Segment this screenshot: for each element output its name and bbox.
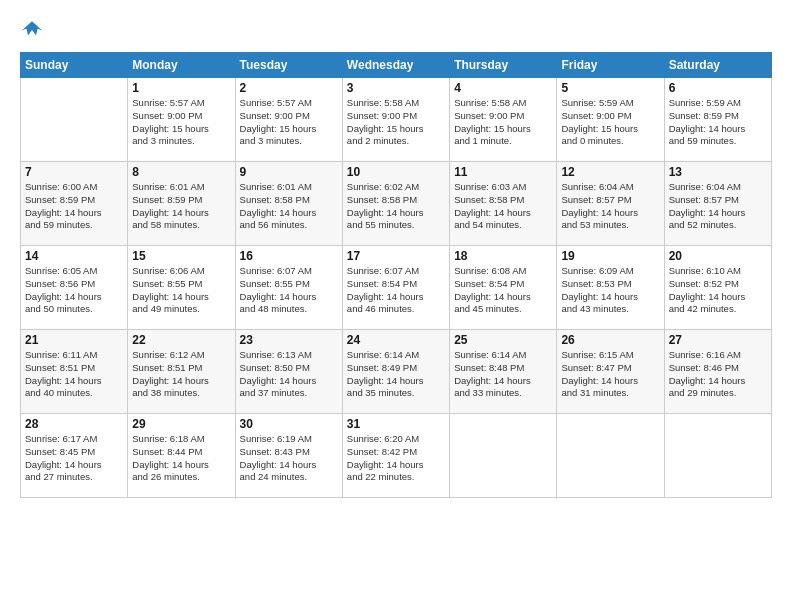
week-row-3: 14Sunrise: 6:05 AMSunset: 8:56 PMDayligh… [21,246,772,330]
day-info: Sunrise: 5:57 AMSunset: 9:00 PMDaylight:… [240,97,338,148]
svg-marker-0 [22,21,43,35]
day-number: 20 [669,249,767,263]
day-number: 8 [132,165,230,179]
col-header-sunday: Sunday [21,53,128,78]
day-cell: 4Sunrise: 5:58 AMSunset: 9:00 PMDaylight… [450,78,557,162]
day-number: 17 [347,249,445,263]
day-cell: 27Sunrise: 6:16 AMSunset: 8:46 PMDayligh… [664,330,771,414]
day-info: Sunrise: 6:05 AMSunset: 8:56 PMDaylight:… [25,265,123,316]
col-header-saturday: Saturday [664,53,771,78]
day-number: 12 [561,165,659,179]
day-info: Sunrise: 6:00 AMSunset: 8:59 PMDaylight:… [25,181,123,232]
logo [20,18,48,42]
logo-icon [20,18,44,42]
day-cell: 18Sunrise: 6:08 AMSunset: 8:54 PMDayligh… [450,246,557,330]
day-cell: 28Sunrise: 6:17 AMSunset: 8:45 PMDayligh… [21,414,128,498]
day-info: Sunrise: 5:58 AMSunset: 9:00 PMDaylight:… [347,97,445,148]
day-info: Sunrise: 6:17 AMSunset: 8:45 PMDaylight:… [25,433,123,484]
day-info: Sunrise: 5:59 AMSunset: 9:00 PMDaylight:… [561,97,659,148]
day-info: Sunrise: 6:10 AMSunset: 8:52 PMDaylight:… [669,265,767,316]
day-cell: 13Sunrise: 6:04 AMSunset: 8:57 PMDayligh… [664,162,771,246]
day-cell: 20Sunrise: 6:10 AMSunset: 8:52 PMDayligh… [664,246,771,330]
day-number: 11 [454,165,552,179]
col-header-friday: Friday [557,53,664,78]
day-cell: 24Sunrise: 6:14 AMSunset: 8:49 PMDayligh… [342,330,449,414]
day-number: 15 [132,249,230,263]
day-number: 22 [132,333,230,347]
day-info: Sunrise: 5:59 AMSunset: 8:59 PMDaylight:… [669,97,767,148]
day-cell [557,414,664,498]
day-info: Sunrise: 6:08 AMSunset: 8:54 PMDaylight:… [454,265,552,316]
day-info: Sunrise: 6:07 AMSunset: 8:55 PMDaylight:… [240,265,338,316]
day-number: 23 [240,333,338,347]
header-row: SundayMondayTuesdayWednesdayThursdayFrid… [21,53,772,78]
day-info: Sunrise: 6:14 AMSunset: 8:49 PMDaylight:… [347,349,445,400]
day-cell: 11Sunrise: 6:03 AMSunset: 8:58 PMDayligh… [450,162,557,246]
day-number: 1 [132,81,230,95]
day-info: Sunrise: 6:18 AMSunset: 8:44 PMDaylight:… [132,433,230,484]
day-number: 4 [454,81,552,95]
day-info: Sunrise: 5:57 AMSunset: 9:00 PMDaylight:… [132,97,230,148]
day-cell: 9Sunrise: 6:01 AMSunset: 8:58 PMDaylight… [235,162,342,246]
day-cell: 12Sunrise: 6:04 AMSunset: 8:57 PMDayligh… [557,162,664,246]
col-header-monday: Monday [128,53,235,78]
col-header-wednesday: Wednesday [342,53,449,78]
day-number: 25 [454,333,552,347]
day-cell: 19Sunrise: 6:09 AMSunset: 8:53 PMDayligh… [557,246,664,330]
day-info: Sunrise: 6:09 AMSunset: 8:53 PMDaylight:… [561,265,659,316]
day-number: 28 [25,417,123,431]
day-number: 26 [561,333,659,347]
day-info: Sunrise: 6:11 AMSunset: 8:51 PMDaylight:… [25,349,123,400]
day-cell [664,414,771,498]
day-cell: 26Sunrise: 6:15 AMSunset: 8:47 PMDayligh… [557,330,664,414]
week-row-1: 1Sunrise: 5:57 AMSunset: 9:00 PMDaylight… [21,78,772,162]
day-cell: 23Sunrise: 6:13 AMSunset: 8:50 PMDayligh… [235,330,342,414]
day-info: Sunrise: 6:06 AMSunset: 8:55 PMDaylight:… [132,265,230,316]
day-info: Sunrise: 6:19 AMSunset: 8:43 PMDaylight:… [240,433,338,484]
day-cell: 31Sunrise: 6:20 AMSunset: 8:42 PMDayligh… [342,414,449,498]
day-info: Sunrise: 6:02 AMSunset: 8:58 PMDaylight:… [347,181,445,232]
day-number: 24 [347,333,445,347]
day-info: Sunrise: 6:15 AMSunset: 8:47 PMDaylight:… [561,349,659,400]
week-row-2: 7Sunrise: 6:00 AMSunset: 8:59 PMDaylight… [21,162,772,246]
day-number: 31 [347,417,445,431]
day-cell: 16Sunrise: 6:07 AMSunset: 8:55 PMDayligh… [235,246,342,330]
day-cell: 6Sunrise: 5:59 AMSunset: 8:59 PMDaylight… [664,78,771,162]
day-number: 30 [240,417,338,431]
day-cell: 21Sunrise: 6:11 AMSunset: 8:51 PMDayligh… [21,330,128,414]
day-info: Sunrise: 6:07 AMSunset: 8:54 PMDaylight:… [347,265,445,316]
day-info: Sunrise: 6:04 AMSunset: 8:57 PMDaylight:… [561,181,659,232]
day-cell: 1Sunrise: 5:57 AMSunset: 9:00 PMDaylight… [128,78,235,162]
day-number: 27 [669,333,767,347]
day-number: 3 [347,81,445,95]
day-number: 10 [347,165,445,179]
day-number: 13 [669,165,767,179]
day-info: Sunrise: 6:12 AMSunset: 8:51 PMDaylight:… [132,349,230,400]
col-header-tuesday: Tuesday [235,53,342,78]
day-cell [21,78,128,162]
day-cell: 15Sunrise: 6:06 AMSunset: 8:55 PMDayligh… [128,246,235,330]
day-number: 16 [240,249,338,263]
header [20,18,772,42]
day-number: 29 [132,417,230,431]
day-cell: 3Sunrise: 5:58 AMSunset: 9:00 PMDaylight… [342,78,449,162]
day-info: Sunrise: 6:13 AMSunset: 8:50 PMDaylight:… [240,349,338,400]
day-number: 19 [561,249,659,263]
day-cell: 30Sunrise: 6:19 AMSunset: 8:43 PMDayligh… [235,414,342,498]
day-number: 5 [561,81,659,95]
day-number: 18 [454,249,552,263]
day-cell: 8Sunrise: 6:01 AMSunset: 8:59 PMDaylight… [128,162,235,246]
day-info: Sunrise: 5:58 AMSunset: 9:00 PMDaylight:… [454,97,552,148]
day-cell: 2Sunrise: 5:57 AMSunset: 9:00 PMDaylight… [235,78,342,162]
day-info: Sunrise: 6:14 AMSunset: 8:48 PMDaylight:… [454,349,552,400]
day-info: Sunrise: 6:01 AMSunset: 8:59 PMDaylight:… [132,181,230,232]
day-cell [450,414,557,498]
day-cell: 14Sunrise: 6:05 AMSunset: 8:56 PMDayligh… [21,246,128,330]
day-info: Sunrise: 6:20 AMSunset: 8:42 PMDaylight:… [347,433,445,484]
col-header-thursday: Thursday [450,53,557,78]
day-cell: 17Sunrise: 6:07 AMSunset: 8:54 PMDayligh… [342,246,449,330]
day-info: Sunrise: 6:04 AMSunset: 8:57 PMDaylight:… [669,181,767,232]
calendar-page: SundayMondayTuesdayWednesdayThursdayFrid… [0,0,792,508]
day-cell: 29Sunrise: 6:18 AMSunset: 8:44 PMDayligh… [128,414,235,498]
day-cell: 22Sunrise: 6:12 AMSunset: 8:51 PMDayligh… [128,330,235,414]
